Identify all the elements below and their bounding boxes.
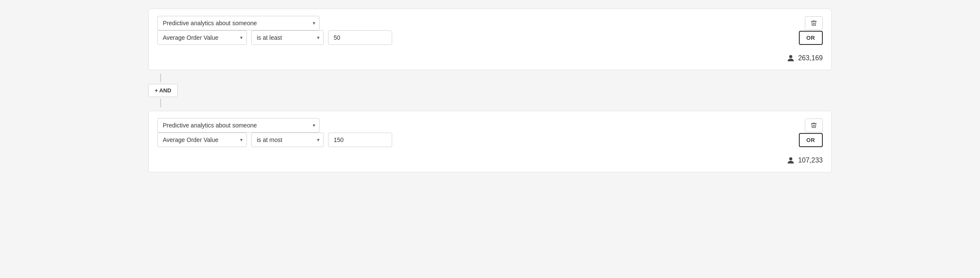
and-line-bottom xyxy=(160,99,161,107)
svg-point-1 xyxy=(789,157,792,160)
filter1-count: 263,169 xyxy=(798,54,823,62)
filter2-subcategory-wrapper[interactable]: Average Order Value ▾ xyxy=(157,133,247,147)
filter1-category-wrapper[interactable]: Predictive analytics about someone ▾ xyxy=(157,16,320,30)
and-button[interactable]: + AND xyxy=(148,84,178,97)
filter2-count: 107,233 xyxy=(798,157,823,164)
filter1-value-input[interactable] xyxy=(328,30,392,45)
filter2-footer: 107,233 xyxy=(157,152,823,165)
filter1-operator-select[interactable]: is at least is at most equals is between xyxy=(251,30,324,45)
filter1-subcategory-wrapper[interactable]: Average Order Value ▾ xyxy=(157,30,247,45)
filter1-delete-button[interactable] xyxy=(805,16,823,30)
filter1-operator-wrapper[interactable]: is at least is at most equals is between… xyxy=(251,30,324,45)
filter-block-2: Predictive analytics about someone ▾ xyxy=(148,111,832,172)
trash-icon xyxy=(810,20,817,27)
filter1-or-button[interactable]: OR xyxy=(799,31,823,45)
filter2-person-icon xyxy=(786,156,795,165)
filter2-subcategory-select[interactable]: Average Order Value xyxy=(157,133,247,147)
filter2-right-actions xyxy=(805,118,823,132)
filter1-subcategory-select[interactable]: Average Order Value xyxy=(157,30,247,45)
filter2-value-input[interactable] xyxy=(328,133,392,147)
filter2-category-wrapper[interactable]: Predictive analytics about someone ▾ xyxy=(157,118,320,133)
filter2-trash-icon xyxy=(810,122,817,129)
and-line-top xyxy=(160,74,161,82)
svg-point-0 xyxy=(789,55,792,58)
filter1-person-icon xyxy=(786,53,795,63)
filter1-right-actions xyxy=(805,16,823,30)
filter1-category-select[interactable]: Predictive analytics about someone xyxy=(157,16,320,30)
filter2-category-select[interactable]: Predictive analytics about someone xyxy=(157,118,320,133)
filter1-footer: 263,169 xyxy=(157,50,823,63)
filter2-operator-select[interactable]: is at leastis at mostequalsis between xyxy=(251,133,324,147)
filter-block-1: Predictive analytics about someone ▾ xyxy=(148,9,832,70)
filter2-delete-button[interactable] xyxy=(805,118,823,132)
filter1-count-display: 263,169 xyxy=(786,53,823,63)
page-container: Predictive analytics about someone ▾ xyxy=(148,9,832,172)
filter2-or-button[interactable]: OR xyxy=(799,133,823,147)
filter2-top-row: Predictive analytics about someone ▾ xyxy=(157,118,823,133)
filter2-operator-wrapper[interactable]: is at leastis at mostequalsis between ▾ xyxy=(251,133,324,147)
filter1-condition-row: Average Order Value ▾ is at least is at … xyxy=(157,30,823,45)
filter1-top-row: Predictive analytics about someone ▾ xyxy=(157,16,823,30)
and-connector: + AND xyxy=(148,70,832,111)
filter2-count-display: 107,233 xyxy=(786,156,823,165)
filter2-condition-row: Average Order Value ▾ is at leastis at m… xyxy=(157,133,823,147)
